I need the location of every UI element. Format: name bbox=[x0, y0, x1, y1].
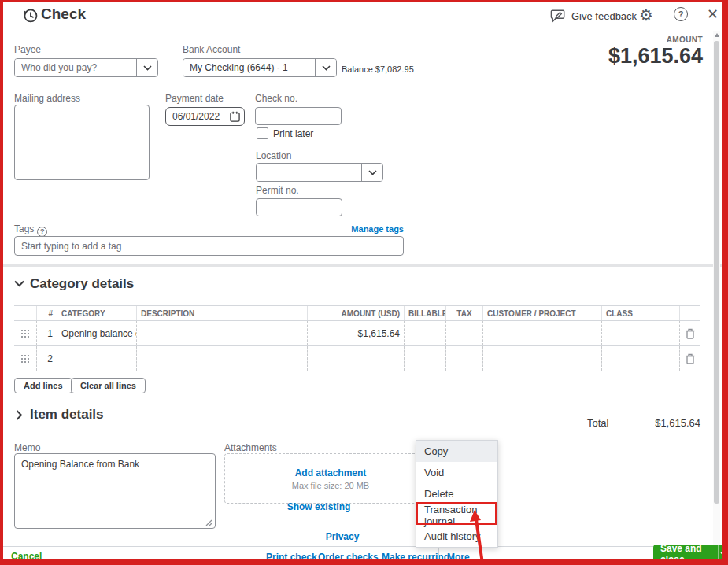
menu-item-void[interactable]: Void bbox=[416, 462, 497, 483]
give-feedback-button[interactable]: Give feedback bbox=[550, 9, 637, 24]
amount-cell[interactable] bbox=[307, 346, 404, 371]
customer-project-cell[interactable] bbox=[482, 346, 601, 371]
trash-icon[interactable] bbox=[679, 321, 700, 345]
class-cell[interactable] bbox=[601, 346, 679, 371]
tags-help-icon[interactable]: ? bbox=[37, 227, 47, 237]
section-divider bbox=[0, 264, 728, 267]
tax-cell[interactable] bbox=[445, 321, 482, 345]
save-and-close-label[interactable]: Save and close bbox=[653, 545, 718, 563]
bank-account-select[interactable] bbox=[183, 58, 337, 77]
save-and-close-button[interactable]: Save and close bbox=[653, 545, 728, 563]
payment-date-label: Payment date bbox=[165, 93, 224, 104]
bank-balance: Balance $7,082.95 bbox=[342, 65, 414, 74]
permit-no-label: Permit no. bbox=[256, 185, 299, 196]
row-number: 1 bbox=[36, 321, 57, 345]
menu-item-copy[interactable]: Copy bbox=[416, 441, 497, 462]
class-cell[interactable] bbox=[601, 321, 679, 345]
col-class: CLASS bbox=[601, 306, 679, 320]
permit-no-field[interactable] bbox=[256, 198, 342, 216]
item-details-title[interactable]: Item details bbox=[30, 407, 104, 423]
order-checks-link[interactable]: Order checks bbox=[318, 552, 379, 563]
max-file-size-text: Max file size: 20 MB bbox=[292, 481, 369, 490]
table-row: 2 bbox=[14, 346, 700, 371]
more-context-menu: Copy Void Delete Transaction journal Aud… bbox=[416, 440, 498, 548]
scrollbar-thumb[interactable] bbox=[714, 41, 719, 504]
category-cell[interactable]: Opening balance equity bbox=[57, 321, 136, 345]
tags-label: Tags? bbox=[14, 223, 47, 237]
amount-label: AMOUNT bbox=[667, 35, 703, 44]
permit-no-input[interactable] bbox=[256, 198, 342, 216]
footer-divider bbox=[312, 548, 312, 563]
page-title: Check bbox=[41, 6, 86, 23]
bank-account-input[interactable] bbox=[183, 59, 315, 76]
row-number: 2 bbox=[36, 346, 57, 371]
chevron-down-icon[interactable] bbox=[315, 59, 336, 76]
attachment-dropzone[interactable]: Add attachment Max file size: 20 MB bbox=[224, 453, 437, 504]
close-icon[interactable]: ✕ bbox=[707, 6, 719, 23]
memo-textarea[interactable]: Opening Balance from Bank bbox=[14, 453, 216, 529]
description-cell[interactable] bbox=[136, 321, 307, 345]
resize-handle-icon[interactable] bbox=[205, 519, 212, 526]
mailing-address-label: Mailing address bbox=[14, 93, 80, 104]
location-input[interactable] bbox=[257, 164, 361, 181]
amount-value: $1,615.64 bbox=[608, 44, 703, 68]
more-link[interactable]: More bbox=[447, 552, 470, 563]
amount-cell[interactable]: $1,615.64 bbox=[307, 321, 404, 345]
menu-item-audit-history[interactable]: Audit history bbox=[416, 526, 497, 547]
add-lines-button[interactable]: Add lines bbox=[14, 378, 72, 393]
help-icon[interactable]: ? bbox=[674, 7, 688, 21]
tags-input[interactable] bbox=[14, 236, 404, 256]
drag-handle-icon[interactable] bbox=[14, 346, 36, 371]
mailing-address-textarea[interactable] bbox=[14, 105, 150, 180]
total-label: Total bbox=[587, 417, 608, 429]
cancel-button[interactable]: Cancel bbox=[11, 551, 42, 562]
table-header-row: # CATEGORY DESCRIPTION AMOUNT (USD) BILL… bbox=[14, 305, 700, 321]
item-details-chevron-right-icon[interactable] bbox=[16, 410, 23, 420]
billable-cell[interactable] bbox=[404, 321, 445, 345]
col-num: # bbox=[36, 306, 57, 320]
description-cell[interactable] bbox=[136, 346, 307, 371]
clear-all-lines-button[interactable]: Clear all lines bbox=[71, 378, 146, 393]
drag-handle-icon[interactable] bbox=[14, 321, 36, 345]
recent-transactions-clock-icon[interactable] bbox=[22, 7, 39, 24]
check-no-field[interactable] bbox=[255, 107, 342, 125]
print-check-link[interactable]: Print check bbox=[266, 552, 317, 563]
col-amount: AMOUNT (USD) bbox=[307, 306, 404, 320]
footer-divider bbox=[375, 548, 375, 563]
save-dropdown-chevron-icon[interactable] bbox=[718, 545, 728, 563]
tax-cell[interactable] bbox=[445, 346, 482, 371]
show-existing-link[interactable]: Show existing bbox=[224, 501, 413, 512]
check-transaction-window: Check Give feedback ⚙ ? ✕ AMOUNT $1,615.… bbox=[0, 0, 728, 565]
check-no-input[interactable] bbox=[255, 107, 342, 125]
menu-item-delete[interactable]: Delete bbox=[416, 483, 497, 504]
header-divider bbox=[0, 31, 728, 31]
payment-date-field[interactable] bbox=[165, 107, 245, 126]
location-select[interactable] bbox=[256, 163, 383, 182]
scrollbar-up-arrow-icon[interactable] bbox=[715, 33, 719, 37]
payee-select[interactable] bbox=[14, 58, 158, 77]
give-feedback-label: Give feedback bbox=[571, 10, 637, 22]
tags-field[interactable] bbox=[14, 236, 404, 256]
print-later-label: Print later bbox=[273, 128, 313, 139]
chevron-down-icon[interactable] bbox=[361, 164, 382, 181]
add-attachment-link[interactable]: Add attachment bbox=[295, 467, 367, 478]
category-cell[interactable] bbox=[57, 346, 136, 371]
payee-input[interactable] bbox=[15, 59, 136, 76]
print-later-checkbox[interactable] bbox=[257, 127, 268, 139]
calendar-icon[interactable] bbox=[230, 111, 240, 122]
category-details-chevron-down-icon[interactable] bbox=[14, 280, 24, 287]
total-value: $1,615.64 bbox=[655, 417, 700, 429]
attachments-label: Attachments bbox=[224, 442, 277, 453]
manage-tags-link[interactable]: Manage tags bbox=[351, 224, 404, 234]
footer-divider bbox=[124, 546, 124, 565]
menu-item-transaction-journal[interactable]: Transaction journal bbox=[416, 504, 497, 526]
trash-icon[interactable] bbox=[679, 346, 700, 371]
category-details-title[interactable]: Category details bbox=[30, 276, 134, 292]
payee-label: Payee bbox=[14, 44, 41, 55]
chevron-down-icon[interactable] bbox=[136, 59, 157, 76]
make-recurring-link[interactable]: Make recurring bbox=[382, 552, 449, 563]
billable-cell[interactable] bbox=[404, 346, 445, 371]
customer-project-cell[interactable] bbox=[482, 321, 601, 345]
col-billable: BILLABLE bbox=[404, 306, 445, 320]
gear-icon[interactable]: ⚙ bbox=[639, 6, 653, 24]
